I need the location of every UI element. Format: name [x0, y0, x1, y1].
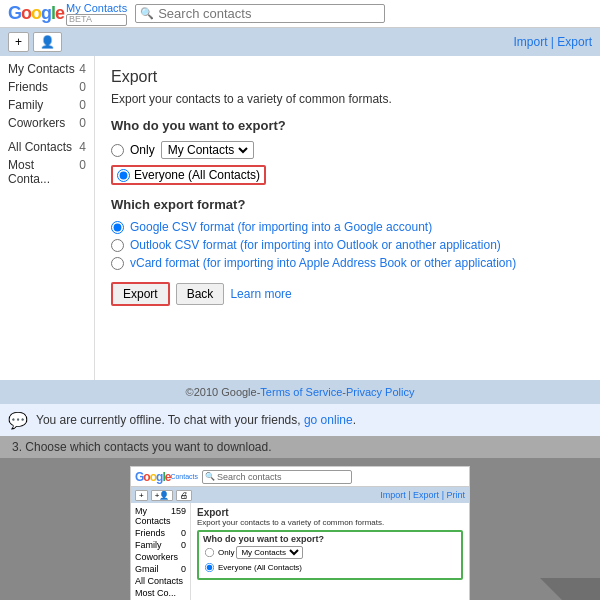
- mini-google-logo: Google: [135, 470, 170, 484]
- only-label: Only: [130, 143, 155, 157]
- offline-icon: 💬: [8, 411, 28, 430]
- mini-sidebar-most: Most Co...: [131, 587, 190, 599]
- sidebar-item-family-count: 0: [79, 98, 86, 112]
- mini-toolbar: + +👤 🖨: [135, 490, 192, 501]
- mini-sidebar: My Contacts 159 Friends 0 Family 0 Cowor…: [131, 503, 191, 600]
- google-logo: Google: [8, 3, 64, 24]
- mini-content: Export Export your contacts to a variety…: [191, 503, 469, 600]
- which-format-question: Which export format?: [111, 197, 584, 212]
- mini-sidebar-my-contacts: My Contacts 159: [131, 505, 190, 527]
- sidebar-item-all-contacts[interactable]: All Contacts 4: [0, 138, 94, 156]
- mini-search-icon: 🔍: [205, 472, 215, 481]
- copyright: ©2010 Google: [186, 386, 257, 398]
- sidebar-item-coworkers[interactable]: Coworkers 0: [0, 114, 94, 132]
- mini-second-bar: + +👤 🖨 Import | Export | Print: [131, 487, 469, 503]
- format-section: Which export format? Google CSV format (…: [111, 197, 584, 270]
- triangle-pointer: [540, 578, 600, 600]
- mini-only-radio[interactable]: [205, 548, 214, 557]
- back-button[interactable]: Back: [176, 283, 225, 305]
- import-link[interactable]: Import: [514, 35, 548, 49]
- mini-print-btn[interactable]: 🖨: [176, 490, 192, 501]
- everyone-label: Everyone (All Contacts): [134, 168, 260, 182]
- contacts-label: My Contacts BETA: [66, 2, 127, 26]
- search-box-wrapper: 🔍: [135, 4, 385, 23]
- new-contact-button[interactable]: +: [8, 32, 29, 52]
- learn-more-link[interactable]: Learn more: [230, 287, 291, 301]
- step-text-bar: 3. Choose which contacts you want to dow…: [0, 436, 600, 458]
- mini-new-contact-btn[interactable]: +: [135, 490, 148, 501]
- export-title: Export: [111, 68, 584, 86]
- outlook-csv-radio[interactable]: [111, 239, 124, 252]
- sidebar-item-friends-label: Friends: [8, 80, 48, 94]
- import-contact-button[interactable]: 👤: [33, 32, 62, 52]
- top-bar: Google My Contacts BETA 🔍: [0, 0, 600, 28]
- mini-import-links: Import | Export | Print: [380, 490, 465, 500]
- mini-export-title: Export: [197, 507, 463, 518]
- only-radio[interactable]: [111, 144, 124, 157]
- export-link[interactable]: Export: [557, 35, 592, 49]
- import-export-links: Import | Export: [514, 35, 593, 49]
- sidebar-item-coworkers-count: 0: [79, 116, 86, 130]
- outlook-csv-label: Outlook CSV format (for importing into O…: [130, 238, 501, 252]
- sidebar-item-most-contacted-count: 0: [79, 158, 86, 186]
- mini-section-q: Who do you want to export?: [203, 534, 457, 544]
- vcard-radio[interactable]: [111, 257, 124, 270]
- sidebar-item-most-contacted-label: Most Conta...: [8, 158, 79, 186]
- sidebar-item-all-contacts-count: 4: [79, 140, 86, 154]
- privacy-link[interactable]: Privacy Policy: [346, 386, 414, 398]
- go-online-link[interactable]: go online: [304, 413, 353, 427]
- google-csv-radio[interactable]: [111, 221, 124, 234]
- top-section-footer: ©2010 Google - Terms of Service - Privac…: [0, 380, 600, 404]
- terms-link[interactable]: Terms of Service: [260, 386, 342, 398]
- search-icon: 🔍: [140, 7, 154, 20]
- mini-import-btn[interactable]: +👤: [151, 490, 174, 501]
- mini-export-desc: Export your contacts to a variety of com…: [197, 518, 463, 527]
- mini-sidebar-all: All Contacts: [131, 575, 190, 587]
- sidebar-item-my-contacts[interactable]: My Contacts 4: [0, 60, 94, 78]
- main-layout: My Contacts 4 Friends 0 Family 0 Coworke…: [0, 56, 600, 380]
- sidebar-item-my-contacts-count: 4: [79, 62, 86, 76]
- only-radio-row: Only My Contacts: [111, 141, 584, 159]
- mini-search-box: 🔍 Search contacts: [202, 470, 352, 484]
- mini-sidebar-gmail: Gmail 0: [131, 563, 190, 575]
- sidebar-item-all-contacts-label: All Contacts: [8, 140, 72, 154]
- contacts-select[interactable]: My Contacts: [164, 142, 251, 158]
- sidebar-item-family-label: Family: [8, 98, 43, 112]
- sidebar-item-family[interactable]: Family 0: [0, 96, 94, 114]
- step-text: 3. Choose which contacts you want to dow…: [12, 440, 272, 454]
- sidebar-item-coworkers-label: Coworkers: [8, 116, 65, 130]
- google-csv-label: Google CSV format (for importing into a …: [130, 220, 432, 234]
- second-bar: + 👤 Import | Export: [0, 28, 600, 56]
- search-input[interactable]: [158, 6, 380, 21]
- sidebar-item-my-contacts-label: My Contacts: [8, 62, 75, 76]
- sidebar-item-most-contacted[interactable]: Most Conta... 0: [0, 156, 94, 188]
- export-desc: Export your contacts to a variety of com…: [111, 92, 584, 106]
- export-button[interactable]: Export: [111, 282, 170, 306]
- everyone-radio[interactable]: [117, 169, 130, 182]
- mini-sidebar-coworkers: Coworkers: [131, 551, 190, 563]
- mini-sidebar-friends: Friends 0: [131, 527, 190, 539]
- outlook-csv-row: Outlook CSV format (for importing into O…: [111, 238, 584, 252]
- who-question: Who do you want to export?: [111, 118, 584, 133]
- mini-everyone-radio[interactable]: [205, 563, 214, 572]
- sidebar-item-friends-count: 0: [79, 80, 86, 94]
- offline-text: You are currently offline. To chat with …: [36, 413, 356, 427]
- content-area: Export Export your contacts to a variety…: [95, 56, 600, 380]
- mini-contacts-select[interactable]: My Contacts: [236, 546, 303, 559]
- everyone-radio-row: Everyone (All Contacts): [111, 165, 584, 185]
- mini-everyone-row: Everyone (All Contacts): [203, 561, 457, 574]
- sidebar-item-friends[interactable]: Friends 0: [0, 78, 94, 96]
- vcard-label: vCard format (for importing into Apple A…: [130, 256, 516, 270]
- offline-bar: 💬 You are currently offline. To chat wit…: [0, 404, 600, 436]
- mini-top-bar: Google Contacts 🔍 Search contacts: [131, 467, 469, 487]
- buttons-row: Export Back Learn more: [111, 282, 584, 306]
- mini-only-row: Only My Contacts: [203, 546, 457, 559]
- mini-layout: My Contacts 159 Friends 0 Family 0 Cowor…: [131, 503, 469, 600]
- mini-window-area: Google Contacts 🔍 Search contacts + +👤 🖨…: [0, 458, 600, 600]
- sidebar: My Contacts 4 Friends 0 Family 0 Coworke…: [0, 56, 95, 380]
- mini-window: Google Contacts 🔍 Search contacts + +👤 🖨…: [130, 466, 470, 600]
- mini-green-box: Who do you want to export? Only My Conta…: [197, 530, 463, 580]
- logo-area: Google My Contacts BETA: [8, 2, 127, 26]
- my-contacts-dropdown[interactable]: My Contacts: [161, 141, 254, 159]
- google-csv-row: Google CSV format (for importing into a …: [111, 220, 584, 234]
